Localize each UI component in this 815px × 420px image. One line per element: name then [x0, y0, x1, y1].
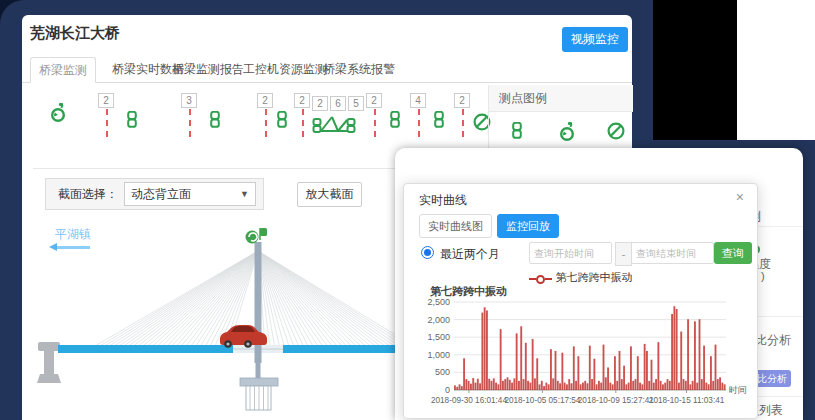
chain-link-icon: [433, 111, 445, 128]
enlarge-section-button[interactable]: 放大截面: [297, 182, 362, 207]
svg-text:2018-10-15 11:03:41: 2018-10-15 11:03:41: [649, 396, 725, 405]
chain-sensor-icon[interactable]: [433, 111, 445, 128]
svg-text:2018-10-05 05:17:54: 2018-10-05 05:17:54: [504, 396, 580, 405]
tab-monitor-report[interactable]: 桥梁监测报告: [172, 57, 244, 81]
vibration-chart: 05001,0001,5002,0002,5002018-09-30 16:01…: [418, 296, 748, 414]
sensor-count-badge: 2: [312, 96, 328, 111]
temperature-count: ( 9 ): [757, 270, 765, 282]
sensor-point[interactable]: 2: [295, 93, 309, 143]
svg-text:500: 500: [435, 367, 450, 377]
sensor-count-badge: 5: [348, 96, 364, 111]
background-window-fragment: [737, 0, 815, 140]
legend-icons: [489, 112, 633, 152]
sensor-cluster[interactable]: 265: [312, 93, 360, 135]
right-panel-sliver: 例 温度 ( 9 ) 对比分析 对比分析 点列表: [757, 148, 803, 420]
point-list-label: 点列表: [757, 402, 783, 419]
sensor-point[interactable]: 2: [367, 93, 381, 143]
recent-two-months-label: 最近两个月: [440, 246, 500, 263]
svg-text:1,000: 1,000: [427, 350, 450, 360]
chart-legend-label: 第七跨跨中振动: [556, 271, 633, 283]
sensor-point[interactable]: 2: [455, 93, 469, 143]
video-monitor-button[interactable]: 视频监控: [562, 27, 628, 52]
chain-sensor-icon[interactable]: [276, 111, 288, 128]
main-tabbar: 桥梁监测 桥梁实时数据 桥梁监测报告 工控机资源监测 桥梁系统报警 视频监控: [22, 57, 632, 83]
chain-sensor-icon[interactable]: [389, 111, 401, 128]
sensor-dashed-line: [302, 109, 304, 137]
svg-text:2018-10-09 15:27:41: 2018-10-09 15:27:41: [578, 396, 654, 405]
legend-panel-title: 测点图例: [489, 85, 633, 112]
svg-text:0: 0: [445, 385, 450, 395]
tab-ipc-resource[interactable]: 工控机资源监测: [243, 57, 327, 81]
secondary-window: 例 温度 ( 9 ) 对比分析 对比分析 点列表 实时曲线 × 实时曲线图 监控…: [395, 148, 803, 420]
sensor-count-badge: 2: [98, 93, 114, 108]
realtime-curve-dialog: 实时曲线 × 实时曲线图 监控回放 最近两个月 - 查询 第七跨跨中振动 第七跨…: [403, 183, 758, 419]
tab-bridge-monitor[interactable]: 桥梁监测: [30, 57, 96, 83]
svg-text:2,000: 2,000: [427, 315, 450, 325]
dialog-tabbar: 实时曲线图 监控回放: [419, 214, 559, 238]
chain-sensor-icon[interactable]: [126, 111, 138, 128]
date-range-separator: -: [615, 242, 632, 266]
legend-marker-icon: [529, 272, 552, 284]
sensor-row: 2322265242: [22, 85, 488, 150]
close-icon[interactable]: ×: [736, 189, 744, 205]
sensor-count-badge: 2: [257, 93, 273, 108]
sensor-point[interactable]: 3: [182, 93, 196, 143]
dialog-tab-realtime-curve[interactable]: 实时曲线图: [419, 214, 492, 238]
sensor-dashed-line: [418, 109, 420, 137]
compare-analysis-label: 对比分析: [757, 332, 791, 349]
chain-link-icon: [276, 111, 288, 128]
chain-link-icon: [389, 111, 401, 128]
svg-text:2,500: 2,500: [427, 297, 450, 307]
chain-sensor-icon[interactable]: [209, 111, 221, 128]
section-select-value: 动态背立面: [131, 186, 191, 203]
sensor-count-badge: 4: [410, 93, 426, 108]
svg-text:1,500: 1,500: [427, 332, 450, 342]
chart-legend[interactable]: 第七跨跨中振动: [404, 270, 757, 285]
sensor-dashed-line: [462, 109, 464, 137]
query-start-time-input[interactable]: [529, 242, 612, 264]
blackout-region: [653, 0, 737, 140]
tab-system-alarm[interactable]: 桥梁系统报警: [323, 57, 395, 81]
sensor-count-badge: 2: [366, 93, 382, 108]
ban-legend-icon: [607, 122, 625, 140]
chain-cluster-icon: [312, 115, 356, 135]
chain-link-icon: [126, 111, 138, 128]
sensor-point[interactable]: 2: [99, 93, 113, 143]
ban-icon: [607, 122, 625, 140]
search-button[interactable]: 查询: [714, 242, 752, 264]
section-select-dropdown[interactable]: 动态背立面 ▼: [124, 182, 256, 206]
timer-icon: [50, 103, 66, 123]
section-select-label: 截面选择：: [58, 186, 118, 203]
recent-two-months-radio[interactable]: [421, 246, 434, 259]
section-select-bar: 截面选择： 动态背立面 ▼: [45, 178, 264, 210]
sensor-count-badge: 2: [454, 93, 470, 108]
dialog-title: 实时曲线: [419, 192, 467, 209]
sensor-point[interactable]: 2: [258, 93, 272, 143]
sensor-dashed-line: [374, 109, 376, 137]
chain-link-icon: [209, 111, 221, 128]
timer-icon: [559, 122, 575, 142]
timer-legend-icon: [559, 122, 575, 142]
svg-text:时间: 时间: [729, 385, 747, 395]
sensor-dashed-line: [106, 109, 108, 137]
chain-legend-icon: [511, 122, 523, 139]
query-end-time-input[interactable]: [631, 242, 714, 264]
query-row: 最近两个月 - 查询: [419, 242, 744, 266]
sensor-dashed-line: [189, 109, 191, 137]
svg-text:2018-09-30 16:01:44: 2018-09-30 16:01:44: [431, 396, 507, 405]
screen: 芜湖长江大桥 桥梁监测 桥梁实时数据 桥梁监测报告 工控机资源监测 桥梁系统报警…: [0, 0, 815, 420]
timer-sensor-icon[interactable]: [50, 103, 66, 123]
sensor-count-badge: 3: [181, 93, 197, 108]
sensor-dashed-line: [265, 109, 267, 137]
dialog-tab-playback[interactable]: 监控回放: [497, 214, 559, 238]
sensor-point[interactable]: 4: [411, 93, 425, 143]
chain-link-icon: [511, 122, 523, 139]
sensor-count-badge: 6: [330, 96, 346, 111]
sensor-count-badge: 2: [294, 93, 310, 108]
page-title: 芜湖长江大桥: [30, 24, 120, 43]
chevron-down-icon: ▼: [240, 189, 249, 199]
compare-analysis-button[interactable]: 对比分析: [757, 370, 791, 387]
